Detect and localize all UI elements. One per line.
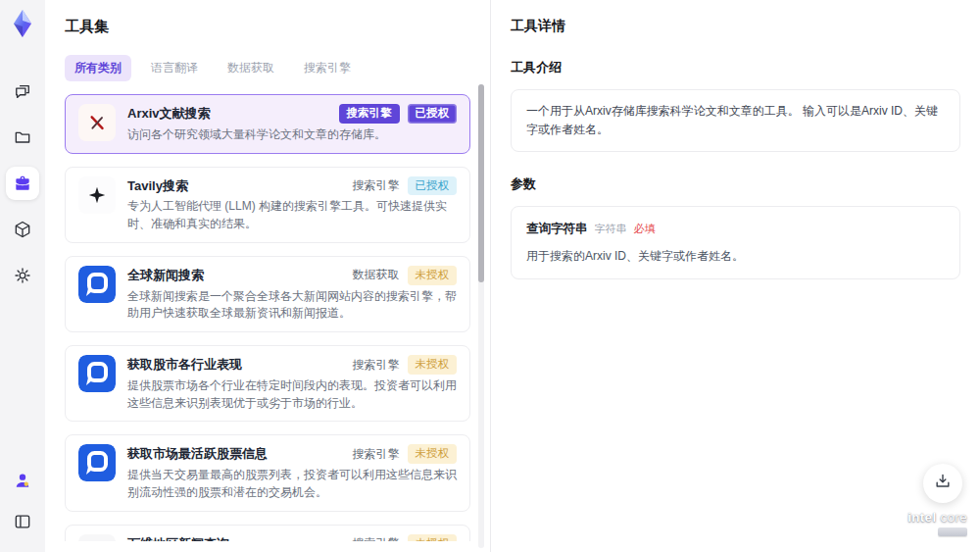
tool-description: 专为人工智能代理 (LLM) 构建的搜索引擎工具。可快速提供实时、准确和真实的结… bbox=[127, 198, 457, 233]
page-title: 工具集 bbox=[65, 18, 490, 36]
tool-card[interactable]: 全球新闻搜索数据获取未授权全球新闻搜索是一个聚合全球各大新闻网站内容的搜索引擎，… bbox=[65, 256, 470, 332]
tool-card[interactable]: 获取市场最活跃股票信息搜索引擎未授权提供当天交易量最高的股票列表，投资者可以利用… bbox=[65, 434, 470, 511]
tool-body: 全球新闻搜索数据获取未授权全球新闻搜索是一个聚合全球各大新闻网站内容的搜索引擎，… bbox=[127, 266, 457, 323]
gear-icon bbox=[13, 266, 32, 285]
news-bubble-icon bbox=[78, 266, 116, 303]
param-box: 查询字符串 字符串 必填 用于搜索的Arxiv ID、关键字或作者姓名。 bbox=[511, 206, 960, 278]
param-header: 查询字符串 字符串 必填 bbox=[526, 219, 945, 238]
cube-icon bbox=[13, 220, 32, 239]
tool-head: Tavily搜索搜索引擎已授权 bbox=[127, 176, 457, 196]
tool-description: 访问各个研究领域大量科学论文和文章的存储库。 bbox=[127, 126, 457, 144]
chat-icon bbox=[13, 81, 32, 101]
tool-detail-panel: 工具详情 工具介绍 一个用于从Arxiv存储库搜索科学论文和文章的工具。 输入可… bbox=[491, 0, 980, 552]
tool-card[interactable]: Arxiv文献搜索搜索引擎已授权访问各个研究领域大量科学论文和文章的存储库。 bbox=[65, 94, 470, 154]
app-window: 工具集 所有类别语言翻译数据获取搜索引擎 Arxiv文献搜索搜索引擎已授权访问各… bbox=[0, 0, 980, 552]
tool-tags: 搜索引擎未授权 bbox=[353, 355, 458, 375]
tool-collection-panel: 工具集 所有类别语言翻译数据获取搜索引擎 Arxiv文献搜索搜索引擎已授权访问各… bbox=[45, 0, 491, 552]
tab-category-1[interactable]: 语言翻译 bbox=[141, 55, 208, 81]
tool-card[interactable]: 获取股市各行业表现搜索引擎未授权提供股票市场各个行业在特定时间段内的表现。投资者… bbox=[65, 345, 470, 422]
tool-name: Tavily搜索 bbox=[127, 176, 188, 195]
app-logo-diamond-icon[interactable] bbox=[7, 8, 38, 39]
tool-description: 提供当天交易量最高的股票列表，投资者可以利用这些信息来识别流动性强的股票和潜在的… bbox=[127, 467, 457, 502]
news-bubble-icon bbox=[78, 444, 116, 481]
tool-head: Arxiv文献搜索搜索引擎已授权 bbox=[127, 104, 457, 124]
scrollbar-track[interactable] bbox=[478, 84, 484, 548]
param-type: 字符串 bbox=[595, 221, 627, 238]
auth-badge: 未授权 bbox=[408, 266, 458, 285]
tool-body: Arxiv文献搜索搜索引擎已授权访问各个研究领域大量科学论文和文章的存储库。 bbox=[127, 104, 457, 144]
category-tabs: 所有类别语言翻译数据获取搜索引擎 bbox=[65, 55, 490, 81]
category-label: 数据获取 bbox=[353, 267, 400, 283]
arxiv-icon bbox=[78, 104, 116, 141]
tool-name: 获取股市各行业表现 bbox=[127, 355, 242, 374]
auth-badge: 未授权 bbox=[408, 534, 458, 541]
auth-badge: 已授权 bbox=[408, 104, 458, 124]
tool-body: 获取市场最活跃股票信息搜索引擎未授权提供当天交易量最高的股票列表，投资者可以利用… bbox=[127, 444, 457, 501]
tavily-star-icon bbox=[78, 176, 116, 214]
toolbox-icon bbox=[13, 174, 32, 193]
intro-box: 一个用于从Arxiv存储库搜索科学论文和文章的工具。 输入可以是Arxiv ID… bbox=[511, 89, 960, 152]
core-text: core bbox=[941, 510, 967, 525]
params-heading: 参数 bbox=[511, 176, 960, 193]
intel-core-logo: intel core bbox=[907, 511, 967, 540]
intro-heading: 工具介绍 bbox=[511, 59, 960, 76]
intel-text: intel bbox=[907, 510, 936, 525]
tool-tags: 数据获取未授权 bbox=[353, 266, 458, 285]
param-description: 用于搜索的Arxiv ID、关键字或作者姓名。 bbox=[526, 247, 945, 266]
tool-card[interactable]: Tavily搜索搜索引擎已授权专为人工智能代理 (LLM) 构建的搜索引擎工具。… bbox=[65, 167, 470, 243]
panel-toggle-icon bbox=[13, 512, 32, 531]
tool-body: 万维地区新闻查询搜索引擎未授权查询具体行政区划内的新闻，快速了解各地新闻动 bbox=[127, 534, 457, 541]
tab-category-0[interactable]: 所有类别 bbox=[65, 55, 131, 81]
param-name: 查询字符串 bbox=[526, 219, 588, 238]
tool-body: 获取股市各行业表现搜索引擎未授权提供股票市场各个行业在特定时间段内的表现。投资者… bbox=[127, 355, 457, 412]
sidebar-bottom bbox=[6, 464, 39, 538]
sidebar-item-toolbox[interactable] bbox=[6, 167, 39, 200]
tool-name: Arxiv文献搜索 bbox=[127, 104, 211, 123]
sidebar-item-chat[interactable] bbox=[6, 75, 39, 108]
tool-body: Tavily搜索搜索引擎已授权专为人工智能代理 (LLM) 构建的搜索引擎工具。… bbox=[127, 176, 457, 233]
tool-card[interactable]: 万维地区新闻查询搜索引擎未授权查询具体行政区划内的新闻，快速了解各地新闻动 bbox=[65, 525, 470, 541]
tool-tags: 搜索引擎已授权 bbox=[353, 176, 458, 196]
city-buildings-icon bbox=[78, 534, 116, 541]
tool-tags: 搜索引擎未授权 bbox=[353, 444, 458, 464]
tool-head: 全球新闻搜索数据获取未授权 bbox=[127, 266, 457, 285]
category-label: 搜索引擎 bbox=[353, 177, 400, 194]
tool-list: Arxiv文献搜索搜索引擎已授权访问各个研究领域大量科学论文和文章的存储库。Ta… bbox=[65, 94, 470, 541]
tool-name: 万维地区新闻查询 bbox=[127, 534, 229, 541]
user-icon bbox=[13, 471, 32, 490]
tool-tags: 搜索引擎未授权 bbox=[353, 534, 458, 541]
auth-badge: 未授权 bbox=[408, 444, 458, 464]
sidebar-item-collapse-panel[interactable] bbox=[6, 505, 39, 538]
tool-name: 全球新闻搜索 bbox=[127, 266, 204, 284]
news-bubble-icon bbox=[78, 355, 116, 392]
sidebar-item-settings[interactable] bbox=[6, 259, 39, 292]
tab-category-2[interactable]: 数据获取 bbox=[218, 55, 284, 81]
tool-head: 获取市场最活跃股票信息搜索引擎未授权 bbox=[127, 444, 457, 464]
icon-sidebar bbox=[0, 0, 45, 552]
category-label: 搜索引擎 bbox=[353, 357, 400, 374]
tool-head: 获取股市各行业表现搜索引擎未授权 bbox=[127, 355, 457, 375]
folder-icon bbox=[13, 127, 32, 147]
scrollbar-thumb[interactable] bbox=[478, 84, 484, 282]
sidebar-item-user[interactable] bbox=[6, 464, 39, 497]
auth-badge: 已授权 bbox=[408, 176, 458, 196]
sidebar-nav bbox=[6, 75, 39, 292]
detail-title: 工具详情 bbox=[511, 18, 960, 35]
tool-description: 全球新闻搜索是一个聚合全球各大新闻网站内容的搜索引擎，帮助用户快速获取全球最新资… bbox=[127, 288, 457, 324]
sidebar-item-models[interactable] bbox=[6, 213, 39, 246]
tool-name: 获取市场最活跃股票信息 bbox=[127, 444, 268, 463]
tool-tags: 搜索引擎已授权 bbox=[339, 104, 458, 124]
tool-head: 万维地区新闻查询搜索引擎未授权 bbox=[127, 534, 457, 541]
tab-category-3[interactable]: 搜索引擎 bbox=[294, 55, 361, 81]
param-required-badge: 必填 bbox=[634, 221, 656, 238]
intel-chip-badge bbox=[938, 527, 967, 536]
download-icon bbox=[933, 472, 953, 495]
category-badge: 搜索引擎 bbox=[339, 104, 400, 124]
download-button[interactable] bbox=[923, 464, 962, 503]
auth-badge: 未授权 bbox=[408, 355, 458, 375]
tool-description: 提供股票市场各个行业在特定时间段内的表现。投资者可以利用这些信息来识别表现优于或… bbox=[127, 377, 457, 413]
category-label: 搜索引擎 bbox=[353, 446, 400, 463]
sidebar-item-folder[interactable] bbox=[6, 121, 39, 154]
category-label: 搜索引擎 bbox=[353, 535, 400, 541]
